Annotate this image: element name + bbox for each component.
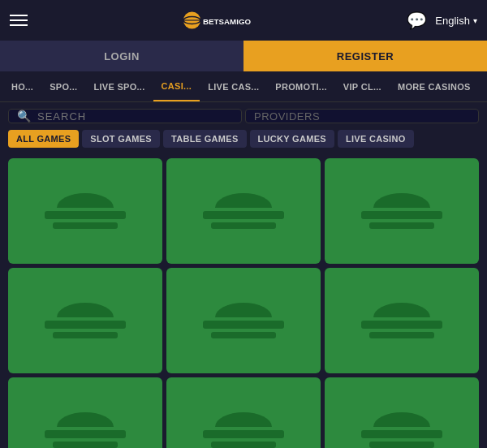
chat-icon[interactable]: 💬 (407, 11, 427, 30)
game-logo (203, 193, 284, 229)
register-tab[interactable]: REGISTER (244, 41, 487, 71)
providers-dropdown[interactable]: PROVIDERS (245, 109, 479, 123)
nav-item-vipcl[interactable]: VIP CL... (335, 71, 390, 101)
language-selector[interactable]: English ▾ (435, 15, 477, 27)
game-card-8[interactable] (325, 377, 479, 448)
filter-tab-live-casino[interactable]: LIVE CASINO (338, 130, 414, 148)
nav-item-livespo[interactable]: LIVE SPO... (85, 71, 153, 101)
filter-tabs: ALL GAMESSLOT GAMESTABLE GAMESLUCKY GAME… (0, 130, 487, 154)
filter-tab-slot-games[interactable]: SLOT GAMES (82, 130, 160, 148)
search-icon: 🔍 (17, 110, 31, 123)
game-logo (45, 193, 126, 229)
nav-item-ho[interactable]: HO... (3, 71, 41, 101)
game-card-2[interactable] (325, 158, 479, 264)
game-card-5[interactable] (325, 268, 479, 373)
chevron-down-icon: ▾ (473, 16, 477, 25)
logo: BETSAMIGO (181, 6, 254, 35)
game-card-1[interactable] (166, 158, 321, 264)
game-card-3[interactable] (8, 268, 162, 373)
game-logo (203, 412, 284, 448)
game-logo (45, 412, 126, 448)
login-tab[interactable]: LOGIN (0, 41, 244, 71)
filter-tab-lucky-games[interactable]: LUCKY GAMES (250, 130, 334, 148)
game-logo (361, 193, 442, 229)
search-box[interactable]: 🔍 (8, 109, 242, 123)
providers-label: PROVIDERS (254, 110, 320, 123)
filter-tab-table-games[interactable]: TABLE GAMES (163, 130, 247, 148)
auth-tabs: LOGIN REGISTER (0, 41, 487, 71)
game-logo (45, 303, 126, 338)
filter-tab-all-games[interactable]: ALL GAMES (8, 130, 79, 148)
search-row: 🔍 PROVIDERS (0, 102, 487, 130)
game-card-6[interactable] (8, 377, 162, 448)
nav-item-promoti[interactable]: PROMOTI... (267, 71, 335, 101)
header: BETSAMIGO 💬 English ▾ (0, 0, 487, 41)
main-nav: HO...SPO...LIVE SPO...CASI...LIVE CAS...… (0, 71, 487, 102)
nav-item-livecas[interactable]: LIVE CAS... (200, 71, 267, 101)
game-logo (203, 303, 284, 338)
game-card-7[interactable] (166, 377, 321, 448)
game-card-4[interactable] (166, 268, 321, 373)
language-label: English (435, 15, 470, 27)
game-logo (361, 412, 442, 448)
header-right: 💬 English ▾ (407, 11, 477, 30)
game-card-0[interactable] (8, 158, 162, 264)
svg-text:BETSAMIGO: BETSAMIGO (203, 17, 251, 26)
search-input[interactable] (37, 110, 233, 123)
nav-item-morecasinos[interactable]: MORE CASINOS (390, 71, 479, 101)
games-grid (0, 154, 487, 448)
game-logo (361, 303, 442, 338)
nav-item-casi[interactable]: CASI... (153, 71, 200, 101)
nav-item-spo[interactable]: SPO... (41, 71, 85, 101)
hamburger-menu[interactable] (10, 15, 28, 26)
